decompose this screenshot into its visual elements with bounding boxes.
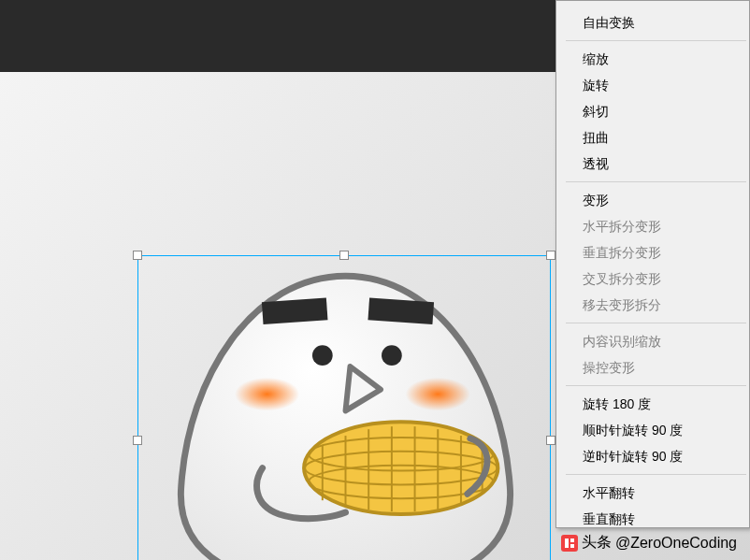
menu-item-perspective[interactable]: 透视 <box>556 151 749 177</box>
menu-item-distort[interactable]: 扭曲 <box>556 124 749 151</box>
transform-handle-middle-left[interactable] <box>133 436 142 445</box>
menu-item-split-warp-h: 水平拆分变形 <box>556 213 749 239</box>
character-icon <box>161 263 530 560</box>
menu-item-remove-warp-split: 移去变形拆分 <box>556 292 749 318</box>
svg-rect-19 <box>570 538 574 542</box>
menu-separator <box>566 474 746 475</box>
svg-point-3 <box>382 345 402 366</box>
svg-rect-18 <box>565 538 569 548</box>
menu-separator <box>566 181 746 182</box>
menu-separator <box>566 385 746 386</box>
canvas-artwork <box>161 263 530 560</box>
menu-item-rotate-90-ccw[interactable]: 逆时针旋转 90 度 <box>556 443 749 469</box>
menu-item-split-warp-v: 垂直拆分变形 <box>556 239 749 266</box>
transform-selection[interactable] <box>137 255 551 560</box>
menu-item-warp[interactable]: 变形 <box>556 187 749 213</box>
svg-rect-1 <box>368 298 434 324</box>
svg-rect-0 <box>262 298 328 324</box>
svg-point-5 <box>406 378 470 411</box>
menu-item-split-warp-cross: 交叉拆分变形 <box>556 266 749 292</box>
menu-item-skew[interactable]: 斜切 <box>556 98 749 124</box>
menu-separator <box>566 323 746 323</box>
watermark: 头条 @ZeroOneCoding <box>561 533 737 553</box>
menu-item-rotate[interactable]: 旋转 <box>556 72 749 98</box>
menu-item-flip-vertical[interactable]: 垂直翻转 <box>556 506 749 532</box>
svg-point-4 <box>235 378 299 411</box>
menu-item-scale[interactable]: 缩放 <box>556 46 749 72</box>
menu-item-free-transform[interactable]: 自由变换 <box>556 9 749 36</box>
menu-item-flip-horizontal[interactable]: 水平翻转 <box>556 480 749 506</box>
watermark-handle: @ZeroOneCoding <box>615 535 737 552</box>
menu-separator <box>566 40 746 41</box>
watermark-prefix: 头条 <box>582 533 612 553</box>
svg-point-2 <box>312 345 333 366</box>
menu-item-puppet-warp: 操控变形 <box>556 354 749 381</box>
menu-item-rotate-90-cw[interactable]: 顺时针旋转 90 度 <box>556 417 749 443</box>
menu-item-rotate-180[interactable]: 旋转 180 度 <box>556 391 749 417</box>
transform-context-menu[interactable]: 自由变换缩放旋转斜切扭曲透视变形水平拆分变形垂直拆分变形交叉拆分变形移去变形拆分… <box>555 0 750 528</box>
transform-handle-top-left[interactable] <box>133 251 142 260</box>
workspace: 头条 @ZeroOneCoding 自由变换缩放旋转斜切扭曲透视变形水平拆分变形… <box>0 0 750 560</box>
svg-rect-20 <box>570 544 574 548</box>
transform-handle-top-right[interactable] <box>546 251 555 260</box>
transform-handle-top-middle[interactable] <box>339 251 349 260</box>
watermark-logo-icon <box>561 535 578 552</box>
transform-handle-middle-right[interactable] <box>546 436 555 445</box>
menu-item-content-aware-scale: 内容识别缩放 <box>556 328 749 354</box>
